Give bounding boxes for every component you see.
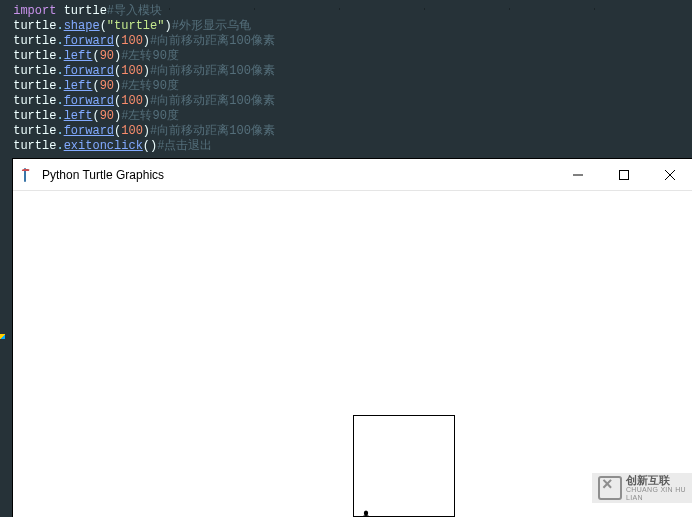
code-line[interactable]: turtle.forward(100)#向前移动距离100像素 bbox=[6, 94, 686, 109]
close-button[interactable] bbox=[647, 159, 692, 190]
code-line[interactable]: turtle.left(90)#左转90度 bbox=[6, 79, 686, 94]
code-line[interactable]: turtle.left(90)#左转90度 bbox=[6, 49, 686, 64]
code-line[interactable]: turtle.shape("turtle")#外形显示乌龟 bbox=[6, 19, 686, 34]
code-line[interactable]: turtle.left(90)#左转90度 bbox=[6, 109, 686, 124]
turtle-graphics-window[interactable]: Python Turtle Graphics bbox=[12, 158, 692, 517]
watermark-text-1: 创新互联 bbox=[626, 475, 686, 486]
drawn-square bbox=[353, 415, 455, 517]
code-line[interactable]: turtle.forward(100)#向前移动距离100像素 bbox=[6, 124, 686, 139]
watermark-icon bbox=[598, 476, 622, 500]
code-line[interactable]: turtle.forward(100)#向前移动距离100像素 bbox=[6, 64, 686, 79]
watermark: 创新互联 CHUANG XIN HU LIAN bbox=[592, 473, 692, 503]
minimize-button[interactable] bbox=[555, 159, 601, 190]
breakpoint-marker[interactable] bbox=[0, 334, 5, 339]
code-line[interactable]: import turtle#导入模块 bbox=[6, 4, 686, 19]
code-editor[interactable]: import turtle#导入模块 turtle.shape("turtle"… bbox=[0, 0, 692, 158]
editor-tabs bbox=[0, 0, 692, 2]
code-line[interactable]: turtle.exitonclick()#点击退出 bbox=[6, 139, 686, 154]
turtle-cursor bbox=[353, 509, 379, 517]
svg-rect-1 bbox=[620, 170, 629, 179]
code-line[interactable]: turtle.forward(100)#向前移动距离100像素 bbox=[6, 34, 686, 49]
title-bar[interactable]: Python Turtle Graphics bbox=[13, 159, 692, 191]
watermark-text-2: CHUANG XIN HU LIAN bbox=[626, 486, 686, 502]
maximize-button[interactable] bbox=[601, 159, 647, 190]
turtle-canvas[interactable] bbox=[13, 191, 692, 517]
window-controls bbox=[555, 159, 692, 190]
code-content[interactable]: import turtle#导入模块 turtle.shape("turtle"… bbox=[6, 4, 686, 154]
svg-point-5 bbox=[364, 511, 368, 516]
window-title: Python Turtle Graphics bbox=[42, 168, 555, 182]
python-icon bbox=[21, 168, 35, 182]
